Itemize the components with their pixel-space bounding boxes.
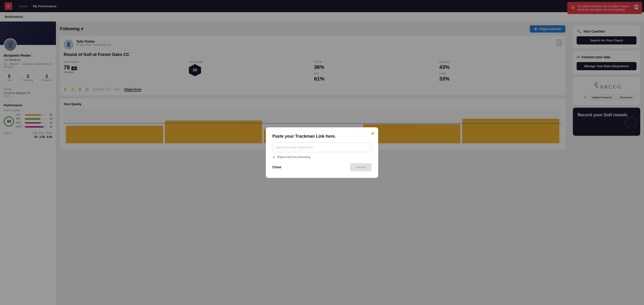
modal-submit-button[interactable]: Submit	[350, 163, 372, 171]
modal-close-button[interactable]: ✕	[371, 131, 374, 136]
modal-overlay: Paste your Trackman Link here. ✕ ✔ Repor…	[0, 0, 644, 305]
trackman-modal: Paste your Trackman Link here. ✕ ✔ Repor…	[266, 127, 378, 178]
modal-actions: Close Submit	[272, 163, 372, 171]
success-check-icon: ✔	[272, 155, 276, 160]
modal-success-message: ✔ Report sent for processing	[272, 155, 372, 160]
trackman-link-input[interactable]	[272, 142, 372, 152]
modal-title: Paste your Trackman Link here.	[272, 134, 372, 139]
modal-close-text-button[interactable]: Close	[272, 165, 281, 169]
